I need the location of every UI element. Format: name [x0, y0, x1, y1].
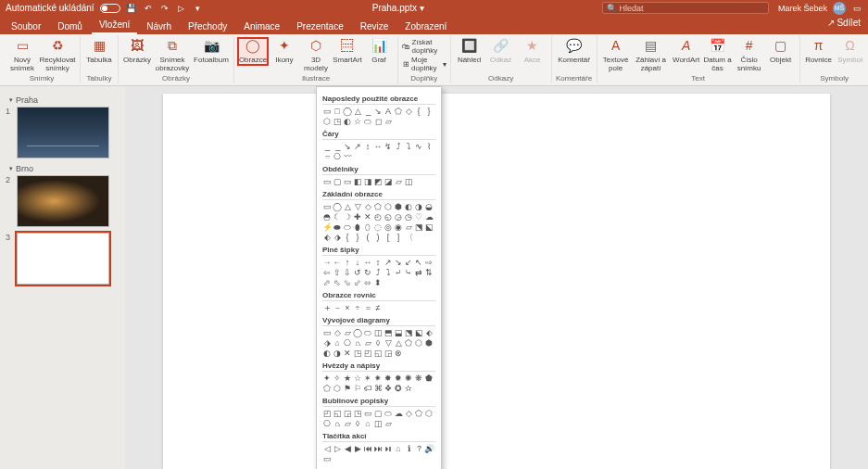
tab-review[interactable]: Revize — [353, 19, 396, 34]
tab-home[interactable]: Domů — [50, 19, 90, 34]
shape-item[interactable]: ▢ — [333, 177, 342, 186]
shape-item[interactable]: ⏥ — [343, 419, 352, 428]
shape-item[interactable]: ⌂ — [394, 444, 403, 453]
shape-item[interactable]: ◧ — [353, 177, 362, 186]
section-brno[interactable]: Brno — [9, 164, 120, 173]
table-button[interactable]: ▦Tabulka — [84, 38, 114, 65]
shape-item[interactable]: △ — [353, 107, 362, 116]
shape-item[interactable]: ◇ — [333, 328, 342, 337]
shape-item[interactable]: ✚ — [353, 212, 362, 222]
shape-item[interactable]: ◳ — [333, 117, 342, 126]
shape-item[interactable]: { — [414, 107, 423, 116]
shape-item[interactable]: 〈 — [404, 233, 413, 242]
user-avatar[interactable]: MŠ — [833, 2, 846, 15]
shape-item[interactable]: ⬕ — [424, 222, 434, 232]
shape-item[interactable]: ▭ — [322, 177, 332, 186]
shape-item[interactable]: ↕ — [373, 258, 383, 267]
share-button[interactable]: ↗ Sdílet — [827, 18, 861, 28]
shape-item[interactable]: ◰ — [363, 349, 372, 358]
tab-design[interactable]: Návrh — [139, 19, 179, 34]
shape-item[interactable]: ◴ — [373, 212, 383, 222]
action-button[interactable]: ★Akce — [518, 38, 547, 65]
shape-item[interactable]: ◐ — [404, 202, 413, 211]
shape-item[interactable]: ◫ — [373, 419, 383, 428]
shape-item[interactable]: ✕ — [343, 349, 352, 358]
user-name[interactable]: Marek Šebek — [778, 4, 827, 13]
shape-item[interactable]: ◷ — [404, 212, 413, 222]
shape-item[interactable]: ◇ — [404, 107, 413, 116]
equation-button[interactable]: πRovnice — [804, 38, 834, 65]
shape-item[interactable]: ⇄ — [414, 268, 423, 277]
shape-item[interactable]: ◻ — [373, 117, 383, 126]
ribbon-options-icon[interactable]: ▭ — [851, 3, 862, 14]
shape-item[interactable]: ✷ — [373, 374, 383, 383]
shape-item[interactable]: ⬟ — [424, 374, 434, 383]
shape-item[interactable]: ⬠ — [322, 384, 332, 393]
tab-file[interactable]: Soubor — [4, 19, 48, 34]
thumb-row-1[interactable]: 1 — [6, 107, 120, 158]
shape-item[interactable]: ◱ — [333, 409, 342, 418]
shape-item[interactable]: ◯ — [353, 328, 362, 337]
shape-item[interactable]: ☽ — [343, 212, 352, 222]
shape-item[interactable]: ⬖ — [322, 233, 332, 242]
shape-item[interactable]: ❋ — [414, 374, 423, 383]
shape-item[interactable]: ⬗ — [333, 233, 342, 242]
shape-item[interactable]: ◲ — [384, 349, 393, 358]
shape-item[interactable]: ⌇ — [424, 142, 434, 151]
shape-item[interactable]: ◉ — [394, 222, 403, 232]
shape-item[interactable]: ↗ — [353, 142, 362, 151]
shape-item[interactable]: ↑ — [343, 258, 352, 267]
shape-item[interactable]: ⊗ — [394, 349, 403, 358]
shape-item[interactable]: ↘ — [343, 142, 352, 151]
shape-item[interactable]: ▱ — [343, 328, 352, 337]
shape-item[interactable]: ⎓ — [322, 152, 332, 161]
shape-item[interactable]: ↘ — [373, 107, 383, 116]
shape-item[interactable]: ▱ — [404, 222, 413, 232]
shape-item[interactable]: ↔ — [373, 142, 383, 151]
shape-item[interactable]: ↔ — [363, 258, 372, 267]
shape-item[interactable]: ☾ — [333, 212, 342, 222]
shape-item[interactable]: ] — [394, 233, 403, 242]
shape-item[interactable]: ⬕ — [414, 328, 423, 337]
tab-transitions[interactable]: Přechody — [181, 19, 234, 34]
shape-item[interactable]: ⎯ — [333, 142, 342, 151]
shape-item[interactable]: ⇩ — [343, 268, 352, 277]
shape-item[interactable]: ◯ — [333, 202, 342, 211]
shape-item[interactable]: ⬠ — [394, 107, 403, 116]
shape-item[interactable]: ❖ — [384, 384, 393, 393]
shape-item[interactable]: ▱ — [384, 419, 393, 428]
autosave-toggle[interactable] — [100, 4, 120, 13]
shape-item[interactable]: ⬭ — [343, 222, 352, 232]
thumb-row-2[interactable]: 2 — [6, 175, 120, 227]
shape-item[interactable]: □ — [333, 107, 342, 116]
shape-item[interactable]: ⬠ — [414, 409, 423, 418]
shape-item[interactable]: ▭ — [322, 202, 332, 211]
shape-item[interactable]: ⏭ — [373, 444, 383, 453]
shape-item[interactable]: ⇨ — [424, 258, 434, 267]
save-icon[interactable]: 💾 — [126, 3, 137, 14]
shape-item[interactable]: ▭ — [322, 328, 332, 337]
shape-item[interactable]: ☆ — [353, 374, 362, 383]
shape-item[interactable]: 🔊 — [424, 444, 434, 453]
shape-item[interactable]: ▢ — [373, 409, 383, 418]
tab-slideshow[interactable]: Prezentace — [289, 19, 351, 34]
shape-item[interactable]: ✹ — [394, 374, 403, 383]
shape-item[interactable]: ⚑ — [343, 384, 352, 393]
shape-item[interactable]: ✦ — [322, 374, 332, 383]
shape-item[interactable]: ♡ — [414, 212, 423, 222]
shape-item[interactable]: ⏢ — [333, 419, 342, 428]
shape-item[interactable]: ↘ — [394, 258, 403, 267]
shape-item[interactable]: ⬬ — [333, 222, 342, 232]
shape-item[interactable]: ⏢ — [353, 338, 362, 348]
shape-item[interactable]: ⏮ — [363, 444, 372, 453]
shape-item[interactable]: ↗ — [384, 258, 393, 267]
tab-animations[interactable]: Animace — [236, 19, 287, 34]
shape-item[interactable]: ◐ — [322, 349, 332, 358]
shape-item[interactable]: ↙ — [404, 258, 413, 267]
date-time-button[interactable]: 📅Datum a čas — [703, 38, 733, 73]
shape-item[interactable]: ☆ — [353, 117, 362, 126]
smartart-button[interactable]: ⿳SmartArt — [333, 38, 362, 65]
shape-item[interactable]: ◲ — [343, 409, 352, 418]
shape-item[interactable]: ▭ — [322, 454, 332, 463]
shape-item[interactable]: ÷ — [353, 303, 362, 312]
